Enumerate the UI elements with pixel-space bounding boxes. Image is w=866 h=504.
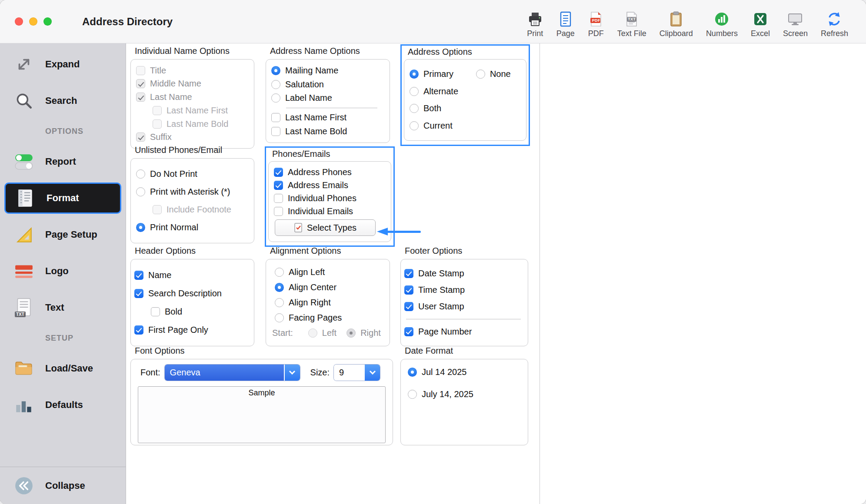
radio-primary[interactable]: Primary [410,69,453,79]
checkbox-icon [136,133,145,142]
checkbox-bold[interactable]: Bold [151,307,249,317]
sidebar-item-text[interactable]: TXT Text [0,289,126,326]
sidebar-item-logo[interactable]: Logo [0,253,126,289]
toolbar-item-refresh[interactable]: Refresh [814,10,855,38]
size-select[interactable]: 9 [334,365,380,381]
txt-document-icon: TXT [10,296,37,319]
checkbox-suffix: Suffix [136,132,249,142]
panel-title: Header Options [135,246,254,256]
font-select[interactable]: Geneva [165,365,300,381]
radio-label: None [490,69,511,79]
zoom-button[interactable] [43,17,52,26]
radio-label: Current [423,121,453,131]
toolbar-item-clipboard[interactable]: Clipboard [653,10,699,38]
radio-print-normal[interactable]: Print Normal [136,222,249,232]
checkbox-icon [153,119,162,129]
panel-unlisted-phones-email: Unlisted Phones/Email Do Not Print Print… [130,145,254,243]
annotation-arrow-icon [377,228,421,235]
panel-individual-name-options: Individual Name Options Title Middle Nam… [130,46,254,149]
toolbar-label: Text File [617,29,646,38]
toolbar-item-text-file[interactable]: TXT Text File [611,10,653,38]
radio-label-name[interactable]: Label Name [271,93,384,103]
radio-start-right [346,328,356,338]
sidebar-label: Report [45,156,76,167]
checkbox-label: Individual Phones [288,193,356,203]
checkbox-last-name-first[interactable]: Last Name First [271,113,384,123]
toolbar-item-pdf[interactable]: PDF PDF [581,10,611,38]
radio-date-short[interactable]: Jul 14 2025 [408,367,523,377]
sidebar-item-expand[interactable]: Expand [0,46,126,83]
panel-header-options: Header Options Name Search Description B… [130,246,254,346]
checkbox-icon [134,289,143,298]
radio-salutation[interactable]: Salutation [271,80,384,90]
toolbar-item-numbers[interactable]: Numbers [699,10,744,38]
checkbox-icon [271,127,280,136]
toolbar-label: Print [527,29,543,38]
sidebar-section-setup: SETUP [0,326,126,350]
group-box: Align Left Align Center Align Right Faci… [266,259,390,346]
checkbox-search-description[interactable]: Search Description [134,288,249,298]
radio-do-not-print[interactable]: Do Not Print [136,169,249,179]
sidebar-item-report[interactable]: Report [0,143,126,180]
radio-print-with-asterisk[interactable]: Print with Asterisk (*) [136,187,249,197]
sidebar-item-format-selected[interactable]: Format [4,182,121,214]
panel-phones-emails-highlight: Phones/Emails Address Phones Address Ema… [265,146,395,247]
radio-alternate[interactable]: Alternate [410,86,521,96]
size-label: Size: [310,368,330,378]
radio-none[interactable]: None [476,69,511,79]
checkbox-individual-emails[interactable]: Individual Emails [274,206,386,216]
radio-facing-pages[interactable]: Facing Pages [275,313,384,323]
toolbar-item-excel[interactable]: Excel [744,10,776,38]
sidebar-label: Text [45,302,64,313]
sidebar-item-search[interactable]: Search [0,83,126,119]
checkbox-label: Date Stamp [418,269,464,279]
radio-align-left[interactable]: Align Left [275,267,384,277]
checkbox-address-phones[interactable]: Address Phones [274,167,386,177]
titlebar: Address Directory Print Page PDF PDF [0,0,866,43]
radio-align-right[interactable]: Align Right [275,298,384,308]
sidebar-section-options: OPTIONS [0,119,126,143]
panel-title: Address Options [408,47,529,57]
toolbar-item-screen[interactable]: Screen [776,10,814,38]
toolbar-item-page[interactable]: Page [550,10,581,38]
radio-label: Left [322,328,336,338]
checkbox-address-emails[interactable]: Address Emails [274,180,386,190]
checkbox-page-number[interactable]: Page Number [404,327,523,337]
checkbox-label: Search Description [148,288,222,298]
toolbar-item-print[interactable]: Print [520,10,550,38]
pdf-icon: PDF [588,10,604,27]
checkbox-individual-phones[interactable]: Individual Phones [274,193,386,203]
select-types-label: Select Types [307,223,356,233]
checkbox-first-page-only[interactable]: First Page Only [134,325,249,335]
format-settings-pane: Individual Name Options Title Middle Nam… [126,43,866,504]
checkbox-icon [136,66,145,75]
sidebar-item-collapse[interactable]: Collapse [0,467,126,504]
radio-icon [410,104,419,113]
checkbox-last-name-bold[interactable]: Last Name Bold [271,126,384,136]
radio-icon [136,169,145,179]
close-button[interactable] [15,17,23,26]
radio-label: Print with Asterisk (*) [150,187,230,197]
radio-date-long[interactable]: July 14, 2025 [408,389,523,399]
radio-icon [136,223,145,232]
radio-both[interactable]: Both [410,103,521,113]
checkbox-icon [134,325,143,335]
minimize-button[interactable] [29,17,37,26]
toolbar: Print Page PDF PDF TXT Text [520,10,866,38]
sidebar-item-page-setup[interactable]: Page Setup [0,216,126,253]
checkbox-user-stamp[interactable]: User Stamp [404,302,523,312]
radio-start-left [308,328,317,338]
checkbox-time-stamp[interactable]: Time Stamp [404,285,523,295]
checkbox-name[interactable]: Name [134,270,249,280]
sidebar-item-defaults[interactable]: Defaults [0,387,126,423]
radio-align-center[interactable]: Align Center [275,282,384,292]
radio-mailing-name[interactable]: Mailing Name [271,66,384,76]
select-types-button[interactable]: Select Types [275,219,376,236]
sidebar-item-load-save[interactable]: Load/Save [0,350,126,387]
radio-label: Mailing Name [285,66,338,76]
panel-title: Unlisted Phones/Email [135,145,254,155]
radio-current[interactable]: Current [410,121,521,131]
radio-label: July 14, 2025 [422,389,473,399]
radio-label: Facing Pages [289,313,342,323]
checkbox-date-stamp[interactable]: Date Stamp [404,269,523,279]
